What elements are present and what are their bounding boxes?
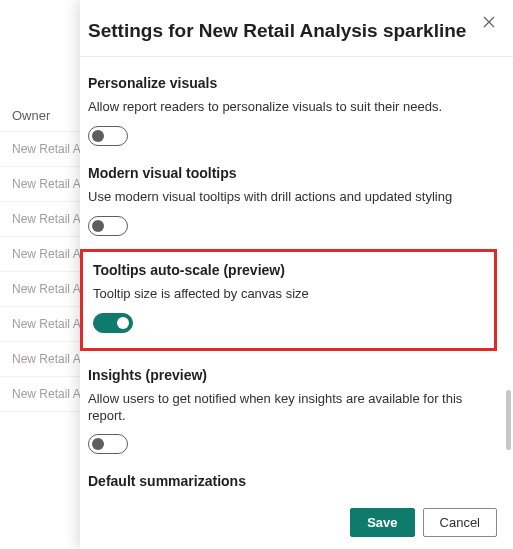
cancel-button[interactable]: Cancel [423, 508, 497, 537]
section-title: Personalize visuals [88, 75, 489, 91]
close-button[interactable] [477, 10, 501, 34]
section-description: Use modern visual tooltips with drill ac… [88, 189, 489, 206]
section-personalize-visuals: Personalize visuals Allow report readers… [88, 65, 489, 155]
panel-header: Settings for New Retail Analysis sparkli… [80, 0, 513, 57]
panel-title: Settings for New Retail Analysis sparkli… [88, 20, 489, 42]
section-title: Default summarizations [88, 473, 489, 489]
section-default-summarizations: Default summarizations For aggregated fi… [88, 463, 489, 496]
panel-footer: Save Cancel [80, 496, 513, 549]
save-button[interactable]: Save [350, 508, 414, 537]
section-modern-visual-tooltips: Modern visual tooltips Use modern visual… [88, 155, 489, 245]
highlight-annotation: Tooltips auto-scale (preview) Tooltip si… [80, 249, 497, 351]
section-title: Tooltips auto-scale (preview) [93, 262, 484, 278]
section-title: Modern visual tooltips [88, 165, 489, 181]
panel-body[interactable]: Personalize visuals Allow report readers… [80, 57, 513, 496]
section-title: Insights (preview) [88, 367, 489, 383]
settings-panel: Settings for New Retail Analysis sparkli… [80, 0, 513, 549]
section-description: Allow users to get notified when key ins… [88, 391, 489, 425]
section-description: Tooltip size is affected by canvas size [93, 286, 484, 303]
scrollbar-thumb[interactable] [506, 390, 511, 450]
toggle-insights[interactable] [88, 434, 128, 454]
section-description: Allow report readers to personalize visu… [88, 99, 489, 116]
close-icon [483, 16, 495, 28]
section-insights: Insights (preview) Allow users to get no… [88, 357, 489, 464]
toggle-personalize-visuals[interactable] [88, 126, 128, 146]
toggle-tooltips-auto-scale[interactable] [93, 313, 133, 333]
toggle-modern-visual-tooltips[interactable] [88, 216, 128, 236]
